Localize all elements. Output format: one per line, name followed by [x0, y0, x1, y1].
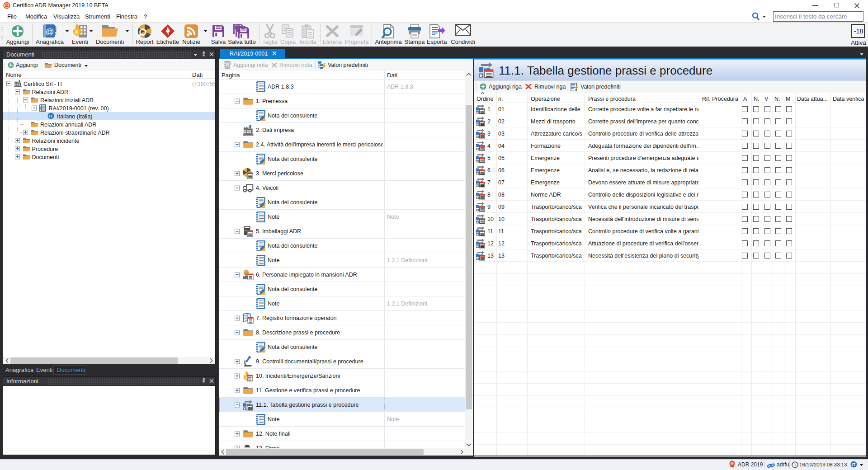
svg-text:@: @: [45, 27, 54, 36]
svg-text:IT: IT: [852, 463, 855, 467]
svg-text:3: 3: [167, 32, 169, 36]
svg-text:IT: IT: [49, 114, 52, 118]
svg-text:ADR: ADR: [5, 4, 9, 7]
